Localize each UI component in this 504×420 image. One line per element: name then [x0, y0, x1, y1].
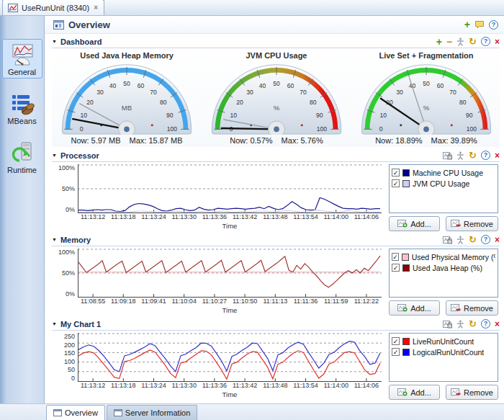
y-tick-label: 150: [64, 349, 75, 357]
x-tick-label: 11:13:30: [169, 213, 199, 222]
my-chart-1-section-header[interactable]: ▼ My Chart 1 ↻ ? ×: [52, 318, 500, 331]
remove-attribute-button[interactable]: Remove: [446, 300, 498, 316]
delete-section-icon[interactable]: ×: [495, 236, 500, 244]
svg-text:0: 0: [80, 125, 84, 133]
overview-page: Overview + ? ▼ Dashboard + − ↻: [45, 16, 504, 403]
editor-tab-title: UseRunUnit (8340): [22, 4, 89, 12]
remove-attribute-button[interactable]: Remove: [446, 216, 498, 231]
x-tick-label: 11:13:48: [260, 213, 290, 222]
freeze-chart-icon[interactable]: [443, 236, 452, 244]
memory-chart-canvas[interactable]: [78, 249, 382, 298]
x-tick-label: 11:13:18: [108, 213, 138, 222]
dashboard-section-header[interactable]: ▼ Dashboard + − ↻ ? ×: [52, 35, 500, 48]
svg-text:0: 0: [379, 125, 383, 133]
help-icon[interactable]: ?: [481, 37, 490, 46]
my-chart-1-canvas[interactable]: [78, 333, 382, 382]
delete-section-icon[interactable]: ×: [495, 320, 500, 329]
series-checkbox[interactable]: ✓: [392, 169, 400, 177]
svg-text:90: 90: [316, 112, 323, 119]
series-checkbox[interactable]: ✓: [392, 179, 400, 187]
remove-gauge-icon[interactable]: −: [446, 37, 452, 46]
series-list: ✓ Machine CPU Usage ✓ JVM CPU Usage: [389, 164, 498, 213]
delete-section-icon[interactable]: ×: [495, 151, 500, 160]
series-item: ✓ LogicalRunUnitCount: [392, 347, 495, 357]
accessibility-icon[interactable]: [456, 320, 464, 329]
gauge-heap: Used Java Heap Memory 010203040506070809…: [52, 50, 202, 147]
processor-chart-canvas[interactable]: [78, 164, 382, 213]
bottom-tab-bar: Overview Server Information: [0, 403, 504, 420]
accessibility-icon[interactable]: [456, 37, 464, 46]
series-checkbox[interactable]: ✓: [392, 337, 400, 345]
refresh-icon[interactable]: ↻: [469, 37, 477, 46]
svg-text:90: 90: [466, 112, 473, 119]
series-label: LiveRunUnitCount: [413, 337, 474, 346]
editor-tab-userununit[interactable]: UseRunUnit (8340) ×: [2, 0, 104, 15]
x-tick-label: 11:14:06: [351, 382, 382, 390]
series-checkbox[interactable]: ✓: [392, 264, 400, 272]
help-icon[interactable]: ?: [481, 151, 490, 160]
x-tick-label: 11:11:36: [290, 298, 320, 306]
sidebar-item-general[interactable]: General: [2, 39, 42, 79]
accessibility-icon[interactable]: [456, 151, 464, 160]
x-tick-label: 11:09:18: [108, 298, 138, 306]
gauge-max-value: Max: 5.76%: [282, 136, 323, 145]
twistie-icon[interactable]: ▼: [52, 39, 57, 44]
tab-server-information[interactable]: Server Information: [107, 405, 197, 420]
twistie-icon[interactable]: ▼: [52, 237, 57, 242]
memory-section-header[interactable]: ▼ Memory ↻ ? ×: [52, 233, 500, 246]
help-icon[interactable]: ?: [481, 319, 490, 329]
x-tick-label: 11:11:13: [260, 298, 290, 306]
freeze-chart-icon[interactable]: [443, 320, 452, 329]
series-color-swatch: [402, 180, 410, 187]
comment-icon[interactable]: [474, 20, 485, 29]
svg-text:80: 80: [310, 99, 317, 106]
refresh-icon[interactable]: ↻: [469, 151, 477, 160]
page-title: Overview: [68, 19, 464, 30]
add-attribute-button[interactable]: Add...: [389, 300, 440, 316]
y-tick-label: 0%: [66, 206, 75, 213]
svg-text:10: 10: [80, 112, 87, 119]
series-checkbox[interactable]: ✓: [392, 253, 399, 261]
svg-text:90: 90: [166, 112, 174, 119]
sidebar-item-mbeans[interactable]: MBeans: [2, 88, 42, 128]
add-attribute-button[interactable]: Add...: [389, 385, 440, 400]
section-title: My Chart 1: [60, 320, 443, 329]
remove-attribute-button[interactable]: Remove: [446, 385, 498, 400]
tab-overview[interactable]: Overview: [46, 405, 105, 420]
x-tick-label: 11:13:36: [199, 213, 230, 222]
svg-text:%: %: [274, 104, 280, 112]
tab-label: Server Information: [125, 408, 190, 417]
add-gauge-icon[interactable]: +: [436, 37, 442, 46]
cpu-gauge-dial: 0102030405060708090100%: [203, 62, 350, 135]
remove-chart-icon: [451, 304, 461, 312]
sidebar-item-label: Runtime: [7, 166, 37, 174]
help-icon[interactable]: ?: [481, 235, 490, 244]
y-tick-label: 50: [68, 366, 75, 373]
y-tick-label: 100: [64, 358, 75, 365]
heap-gauge-dial: 0102030405060708090100MB: [53, 62, 200, 135]
svg-text:10: 10: [379, 112, 387, 119]
editor-tab-close-icon[interactable]: ×: [93, 4, 99, 12]
twistie-icon[interactable]: ▼: [52, 153, 57, 158]
accessibility-icon[interactable]: [456, 236, 464, 244]
add-chart-icon[interactable]: +: [464, 20, 470, 29]
freeze-chart-icon[interactable]: [443, 151, 452, 160]
editor-tab-bar: UseRunUnit (8340) ×: [0, 0, 504, 16]
svg-text:70: 70: [300, 89, 307, 96]
help-icon[interactable]: ?: [489, 20, 498, 30]
processor-section-header[interactable]: ▼ Processor ↻ ? ×: [52, 149, 500, 162]
refresh-icon[interactable]: ↻: [469, 320, 477, 329]
x-tick-label: 11:13:30: [169, 382, 199, 390]
series-list: ✓ Used Physical Memory (%) ✓ Used Java H…: [389, 249, 498, 298]
series-checkbox[interactable]: ✓: [392, 348, 400, 356]
refresh-icon[interactable]: ↻: [469, 236, 477, 244]
add-attribute-button[interactable]: Add...: [389, 216, 440, 231]
delete-section-icon[interactable]: ×: [495, 37, 500, 46]
x-axis-title: Time: [78, 390, 382, 400]
gauge-title: Used Java Heap Memory: [80, 51, 174, 62]
remove-chart-icon: [451, 220, 461, 228]
series-list: ✓ LiveRunUnitCount ✓ LogicalRunUnitCount: [389, 333, 498, 382]
sidebar-item-runtime[interactable]: Runtime: [2, 137, 42, 177]
section-processor: ▼ Processor ↻ ? × 100%50%0%: [45, 148, 504, 232]
twistie-icon[interactable]: ▼: [52, 321, 57, 326]
